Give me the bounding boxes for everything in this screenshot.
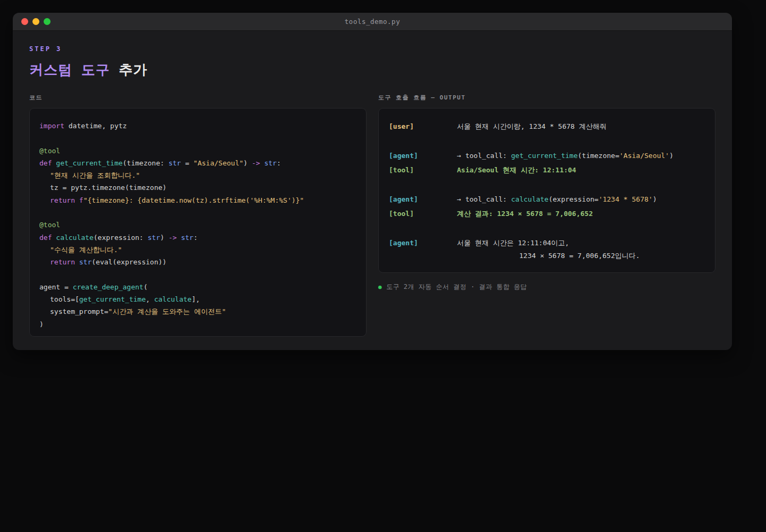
code-line: def get_current_time(timezone: str = "As… bbox=[39, 157, 356, 169]
output-log: [user]서울 현재 시간이랑, 1234 * 5678 계산해줘[agent… bbox=[378, 108, 715, 273]
code-token: def bbox=[39, 159, 56, 167]
code-token: def bbox=[39, 234, 56, 242]
code-token: , bbox=[146, 295, 154, 303]
code-token: ], bbox=[192, 295, 200, 303]
code-token: f bbox=[79, 196, 84, 204]
code-line: tz = pytz.timezone(timezone) bbox=[39, 181, 356, 194]
message-line: Asia/Seoul 현재 시간: 12:11:04 bbox=[457, 165, 576, 174]
output-caption-text: 도구 2개 자동 순서 결정 · 결과 통합 응답 bbox=[386, 283, 527, 290]
code-token: import bbox=[39, 122, 64, 130]
step-label: STEP 3 bbox=[29, 45, 715, 53]
code-token: tools=[ bbox=[50, 295, 79, 303]
output-group: [agent]서울 현재 시간은 12:11:04이고,1234 × 5678 … bbox=[389, 238, 705, 260]
code-token: -> bbox=[252, 159, 260, 167]
code-token: 1234 × 5678 = 7,006,652입니다. bbox=[519, 252, 640, 260]
code-line: tools=[get_current_time, calculate], bbox=[39, 293, 356, 305]
code-token: calculate bbox=[56, 234, 93, 242]
code-panel-label: 코드 bbox=[29, 94, 367, 102]
role-label-agent: [agent] bbox=[389, 195, 457, 204]
output-group: [user]서울 현재 시간이랑, 1234 * 5678 계산해줘 bbox=[389, 122, 705, 131]
code-line: agent = create_deep_agent( bbox=[39, 281, 356, 293]
output-column: 도구 호출 흐름 — OUTPUT [user]서울 현재 시간이랑, 1234… bbox=[378, 94, 715, 337]
message-line: → tool_call: get_current_time(timezone='… bbox=[457, 151, 673, 160]
role-label-user: [user] bbox=[389, 122, 457, 131]
message-text: 서울 현재 시간이랑, 1234 * 5678 계산해줘 bbox=[457, 122, 606, 131]
page-title-rest: 추가 bbox=[110, 62, 148, 78]
app-window: tools_demo.py STEP 3 커스텀 도구 추가 코드 import… bbox=[13, 13, 732, 350]
code-token: "수식을 계산합니다." bbox=[50, 246, 122, 254]
code-token: "현재 시간을 조회합니다." bbox=[50, 171, 140, 179]
output-row: [tool]Asia/Seoul 현재 시간: 12:11:04 bbox=[389, 165, 705, 174]
code-token: → tool_call: bbox=[457, 152, 511, 160]
message-text: 서울 현재 시간은 12:11:04이고,1234 × 5678 = 7,006… bbox=[457, 238, 640, 260]
code-token: 'Asia/Seoul' bbox=[619, 152, 669, 160]
role-label-agent: [agent] bbox=[389, 238, 457, 260]
code-token: ) bbox=[244, 159, 252, 167]
code-token: = bbox=[181, 159, 193, 167]
message-text: Asia/Seoul 현재 시간: 12:11:04 bbox=[457, 165, 576, 174]
code-token: Asia/Seoul 현재 시간: 12:11:04 bbox=[457, 166, 576, 174]
code-token: agent = bbox=[39, 283, 73, 291]
code-block: import datetime, pytz @tooldef get_curre… bbox=[29, 108, 367, 337]
code-line: "수식을 계산합니다." bbox=[39, 244, 356, 256]
code-line bbox=[39, 269, 356, 281]
code-token: get_current_time bbox=[511, 152, 578, 160]
output-row: [user]서울 현재 시간이랑, 1234 * 5678 계산해줘 bbox=[389, 122, 705, 131]
code-token: ( bbox=[144, 283, 148, 291]
code-line: import datetime, pytz bbox=[39, 120, 356, 132]
code-token: system_prompt= bbox=[50, 307, 109, 315]
message-line: 서울 현재 시간은 12:11:04이고, bbox=[457, 238, 640, 247]
code-token: : bbox=[194, 234, 198, 242]
code-token: 서울 현재 시간이랑, 1234 * 5678 계산해줘 bbox=[457, 122, 606, 130]
output-caption: ●도구 2개 자동 순서 결정 · 결과 통합 응답 bbox=[378, 282, 715, 292]
role-label-tool: [tool] bbox=[389, 165, 457, 174]
code-token: create_deep_agent bbox=[73, 283, 144, 291]
code-token: : bbox=[277, 159, 281, 167]
output-row: [agent]서울 현재 시간은 12:11:04이고,1234 × 5678 … bbox=[389, 238, 705, 260]
code-line: "현재 시간을 조회합니다." bbox=[39, 169, 356, 181]
code-token: calculate bbox=[154, 295, 192, 303]
message-line: → tool_call: calculate(expression='1234 … bbox=[457, 195, 657, 204]
window-title: tools_demo.py bbox=[13, 18, 732, 26]
code-line bbox=[39, 132, 356, 144]
code-token: ) bbox=[39, 320, 44, 328]
code-line: return f"{timezone}: {datetime.now(tz).s… bbox=[39, 194, 356, 206]
code-token: str bbox=[148, 234, 160, 242]
output-panel-label: 도구 호출 흐름 — OUTPUT bbox=[378, 94, 715, 102]
code-token: return bbox=[50, 258, 79, 266]
code-line: @tool bbox=[39, 219, 356, 231]
code-token: "{timezone}: {datetime.now(tz).strftime(… bbox=[84, 196, 304, 204]
code-token: "Asia/Seoul" bbox=[194, 159, 244, 167]
code-token bbox=[177, 234, 181, 242]
code-token bbox=[260, 159, 264, 167]
code-token: (timezone: bbox=[123, 159, 169, 167]
code-line: def calculate(expression: str) -> str: bbox=[39, 231, 356, 244]
output-row: [agent]→ tool_call: get_current_time(tim… bbox=[389, 151, 705, 160]
code-token: datetime, pytz bbox=[64, 122, 127, 130]
code-token: @tool bbox=[39, 147, 60, 155]
message-text: 계산 결과: 1234 × 5678 = 7,006,652 bbox=[457, 209, 593, 218]
page-title: 커스텀 도구 추가 bbox=[29, 61, 715, 79]
code-line: return str(eval(expression)) bbox=[39, 256, 356, 268]
code-token: @tool bbox=[39, 221, 60, 229]
role-label-agent: [agent] bbox=[389, 151, 457, 160]
code-token: (timezone= bbox=[578, 152, 619, 160]
code-token: get_current_time bbox=[79, 295, 146, 303]
panels-grid: 코드 import datetime, pytz @tooldef get_cu… bbox=[29, 94, 715, 337]
code-token: (expression: bbox=[94, 234, 148, 242]
output-row: [agent]→ tool_call: calculate(expression… bbox=[389, 195, 705, 204]
code-token: ) bbox=[653, 195, 657, 203]
code-line: system_prompt="시간과 계산을 도와주는 에이전트" bbox=[39, 305, 356, 318]
code-token: 계산 결과: 1234 × 5678 = 7,006,652 bbox=[457, 210, 593, 218]
code-column: 코드 import datetime, pytz @tooldef get_cu… bbox=[29, 94, 367, 337]
message-text: → tool_call: get_current_time(timezone='… bbox=[457, 151, 673, 160]
code-token: "시간과 계산을 도와주는 에이전트" bbox=[109, 307, 226, 315]
code-token: calculate bbox=[511, 195, 548, 203]
role-label-tool: [tool] bbox=[389, 209, 457, 218]
code-token: 서울 현재 시간은 12:11:04이고, bbox=[457, 239, 569, 247]
code-token: ) bbox=[160, 234, 169, 242]
title-bar: tools_demo.py bbox=[13, 13, 732, 31]
code-token: str bbox=[181, 234, 193, 242]
code-token: tz = pytz.timezone(timezone) bbox=[50, 184, 166, 192]
code-token: str bbox=[169, 159, 181, 167]
